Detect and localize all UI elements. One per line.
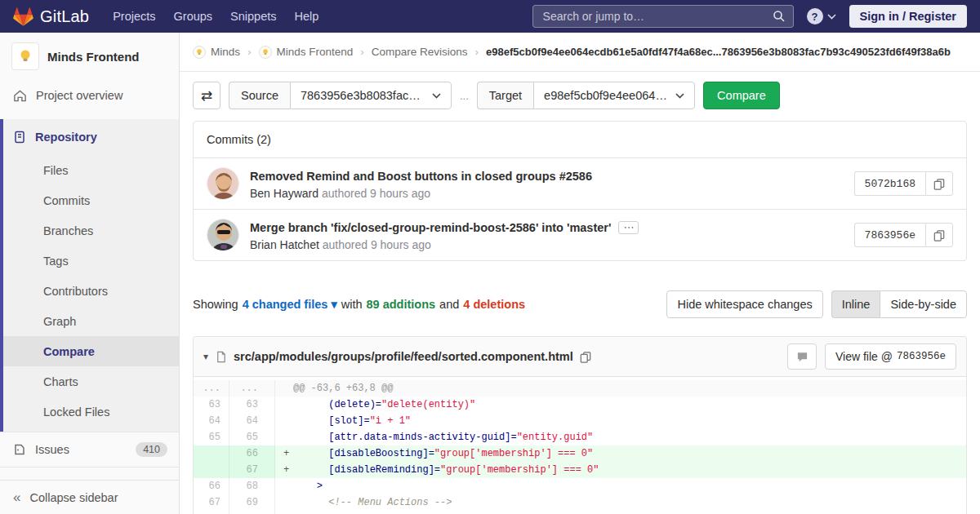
navbar-search [532, 5, 794, 28]
sign-in-button[interactable]: Sign in / Register [849, 5, 967, 28]
code-token [293, 497, 328, 508]
view-file-button[interactable]: View file @ 7863956e [825, 343, 956, 370]
help-icon: ? [807, 8, 823, 24]
changed-files-dropdown[interactable]: 4 changed files ▾ [243, 298, 337, 311]
sidebar-item-tags[interactable]: Tags [3, 246, 179, 276]
toggle-comments-button[interactable] [787, 343, 817, 370]
diff-line-code [275, 511, 966, 514]
sidebar-item-graph[interactable]: Graph [3, 306, 179, 336]
diff-old-line-number[interactable] [194, 462, 229, 478]
compare-button[interactable]: Compare [703, 82, 780, 109]
help-menu[interactable]: ? [807, 8, 836, 24]
breadcrumb-item-minds[interactable]: Minds [193, 46, 240, 59]
diff-summary-text: Showing 4 changed files ▾ with 89 additi… [193, 298, 525, 311]
collapse-sidebar-button[interactable]: « Collapse sidebar [0, 480, 179, 514]
commit-title-text: Merge branch 'fix/closed-group-remind-bo… [250, 219, 611, 236]
diff-new-line-number[interactable]: 70 [229, 511, 275, 514]
commit-author-name[interactable]: Ben Hayward [250, 187, 318, 200]
copy-file-path-button[interactable] [580, 351, 591, 363]
nav-menu-groups[interactable]: Groups [165, 0, 222, 33]
nav-menu-projects[interactable]: Projects [104, 0, 164, 33]
commit-author-name[interactable]: Brian Hatchet [250, 238, 319, 251]
diff-old-line-number[interactable]: 66 [194, 478, 229, 494]
diff-old-line-number[interactable]: 67 [194, 494, 229, 511]
sidebar-item-locked-files[interactable]: Locked Files [3, 397, 179, 427]
diff-new-line-number[interactable]: 68 [229, 478, 275, 494]
commit-title[interactable]: Removed Remind and Boost buttons in clos… [250, 168, 844, 184]
commit-title[interactable]: Merge branch 'fix/closed-group-remind-bo… [250, 219, 844, 236]
commit-sha[interactable]: 7863956e [854, 223, 925, 247]
diff-file-path[interactable]: src/app/modules/groups/profile/feed/sort… [234, 350, 573, 363]
diff-old-line-number[interactable]: 68 [194, 511, 229, 514]
sidebar-item-files[interactable]: Files [3, 155, 179, 185]
code-token [293, 432, 328, 443]
diff-line-marker: + [283, 445, 293, 462]
diff-new-line-number[interactable]: 65 [229, 429, 275, 445]
nav-menu-snippets[interactable]: Snippets [221, 0, 285, 33]
sidebar-project-header[interactable]: Minds Frontend [0, 33, 179, 78]
diff-new-line-number[interactable]: 66 [229, 445, 275, 462]
source-ref-dropdown[interactable]: 7863956e3b8083fac7b9… [290, 82, 452, 109]
and-label: and [439, 298, 459, 311]
diff-old-line-number[interactable]: 65 [194, 429, 229, 445]
code-token: "i + 1" [370, 415, 411, 427]
chevron-down-icon [827, 14, 836, 20]
diff-new-line-number[interactable]: 64 [229, 413, 275, 429]
collapse-file-caret-icon[interactable]: ▾ [203, 351, 208, 362]
breadcrumb-item-compare-revisions[interactable]: Compare Revisions [372, 46, 468, 58]
diff-old-line-number[interactable]: 63 [194, 397, 229, 413]
side-by-side-view-button[interactable]: Side-by-side [880, 290, 967, 318]
code-token [293, 448, 328, 459]
target-ref-dropdown[interactable]: e98ef5cb0f9e4ee064ec… [533, 82, 695, 109]
diff-old-line-number[interactable]: 64 [194, 413, 229, 429]
diff-old-line-number[interactable] [194, 445, 229, 462]
breadcrumb-avatar-lightbulb-icon [259, 46, 272, 59]
commit-sha[interactable]: 5072b168 [854, 171, 925, 196]
gitlab-logo[interactable]: GitLab [13, 7, 89, 27]
diff-line-code: [slot]="i + 1" [275, 413, 966, 429]
breadcrumb-current-revisions: e98ef5cb0f9e4ee064ecdb61e5a0fdf47f4a68ec… [486, 46, 951, 58]
sidebar-item-branches[interactable]: Branches [3, 215, 179, 246]
additions-count: 89 additions [367, 298, 436, 311]
sidebar-item-repository[interactable]: Repository [3, 119, 179, 155]
copy-sha-button[interactable] [925, 171, 953, 196]
nav-menu-help[interactable]: Help [286, 0, 328, 33]
commit-description-toggle-button[interactable]: ⋯ [618, 221, 639, 234]
diff-file-panel: ▾ src/app/modules/groups/profile/feed/so… [193, 336, 967, 514]
diff-new-line-number[interactable]: 63 [229, 397, 275, 413]
sidebar-item-compare[interactable]: Compare [3, 336, 179, 366]
issues-count-badge: 410 [136, 442, 167, 457]
diff-old-line-number[interactable]: ... [194, 380, 229, 397]
commit-author-avatar[interactable] [207, 219, 239, 251]
project-avatar-lightbulb-icon [11, 42, 39, 70]
diff-line-ctx: 6565 [attr.data-minds-activity-guid]="en… [194, 429, 966, 445]
swap-revisions-button[interactable]: ⇄ [193, 82, 220, 109]
breadcrumb-item-minds-frontend[interactable]: Minds Frontend [259, 46, 354, 59]
sidebar-item-commits[interactable]: Commits [3, 185, 179, 215]
sidebar-item-label: Issues [35, 443, 69, 456]
diff-line-ctx: 6363 (delete)="delete(entity)" [194, 397, 966, 413]
inline-view-button[interactable]: Inline [831, 290, 880, 318]
diff-new-line-number[interactable]: 67 [229, 462, 275, 478]
search-icon[interactable] [773, 10, 786, 23]
deletions-count: 4 deletions [463, 298, 525, 311]
sidebar-item-project-overview[interactable]: Project overview [0, 78, 179, 113]
compare-revisions-form: ⇄ Source 7863956e3b8083fac7b9… ... Targe… [193, 82, 967, 109]
with-label: with [341, 298, 363, 311]
chevron-down-icon [432, 93, 441, 99]
clipboard-icon [933, 229, 945, 241]
search-input[interactable] [532, 5, 794, 28]
hide-whitespace-button[interactable]: Hide whitespace changes [666, 290, 822, 318]
sidebar-item-charts[interactable]: Charts [3, 366, 179, 397]
commits-panel-header: Commits (2) [194, 122, 966, 158]
diff-new-line-number[interactable]: ... [229, 380, 275, 397]
top-navbar: GitLab ProjectsGroupsSnippetsHelp ? Sign… [0, 0, 980, 33]
code-token: @@ -63,6 +63,8 @@ [293, 383, 393, 394]
sidebar-item-issues[interactable]: Issues 410 [0, 432, 179, 467]
commit-author-avatar[interactable] [207, 167, 239, 200]
copy-sha-button[interactable] [925, 223, 953, 247]
sidebar-item-contributors[interactable]: Contributors [3, 276, 179, 306]
diff-new-line-number[interactable]: 69 [229, 494, 275, 511]
comment-bubble-icon [796, 351, 808, 363]
code-token: "delete(entity)" [381, 399, 475, 410]
